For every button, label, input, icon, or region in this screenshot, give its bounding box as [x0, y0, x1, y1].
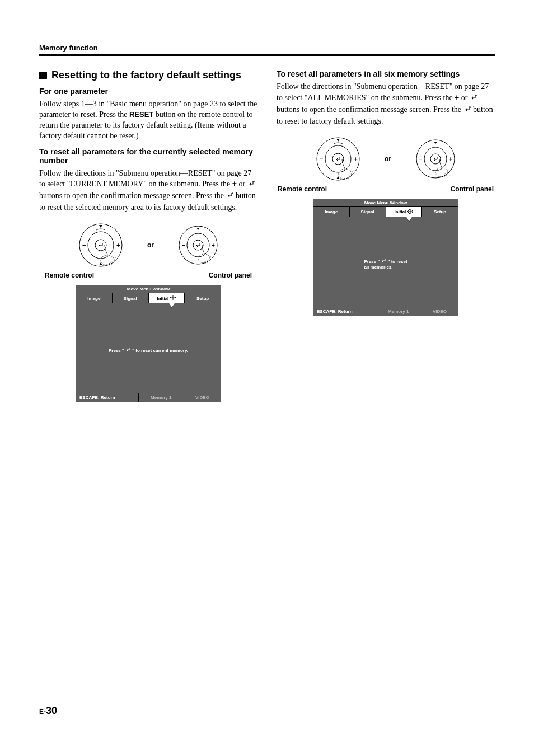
osd-tab-signal: Signal	[113, 293, 149, 303]
text: all memories.	[364, 265, 392, 270]
osd-footer-video: VIDEO	[184, 393, 221, 402]
subheading-one-parameter: For one parameter	[39, 87, 257, 96]
svg-point-20	[430, 154, 441, 164]
or-label: or	[147, 241, 154, 249]
text: Press "	[109, 348, 125, 353]
text-reset-button: RESET	[129, 110, 153, 119]
svg-point-7	[187, 233, 209, 257]
osd-tab-image: Image	[313, 207, 350, 217]
svg-text:+: +	[116, 242, 120, 248]
svg-point-1	[88, 232, 114, 259]
svg-point-23	[435, 168, 448, 177]
enter-icon	[470, 94, 477, 105]
svg-text:+: +	[449, 156, 452, 162]
text: buttons to open the confirmation message…	[277, 105, 463, 114]
osd-message: Press " " to reset current memory.	[109, 348, 188, 354]
svg-text:+: +	[212, 242, 215, 248]
text: buttons to open the confirmation message…	[39, 191, 226, 200]
text: Follow the directions in "Submenu operat…	[39, 169, 251, 189]
remote-dpad-icon: − +	[314, 135, 362, 183]
move-cross-icon	[407, 209, 413, 215]
svg-point-13	[325, 145, 351, 172]
osd-tab-initial: Initial	[386, 207, 423, 217]
caption-panel: Control panel	[451, 185, 494, 193]
section-bullet-icon	[39, 72, 47, 79]
osd-footer-memory: Memory 1	[139, 393, 184, 402]
enter-arrow-icon	[125, 348, 131, 354]
paragraph-one-parameter: Follow steps 1—3 in "Basic menu operatio…	[39, 99, 257, 142]
text: " to reset	[386, 259, 407, 264]
osd-footer-escape: ESCAPE: Return	[313, 307, 376, 316]
caption-remote: Remote control	[45, 271, 94, 279]
left-column: Resetting to the factory default setting…	[39, 67, 257, 402]
osd-tab-pointer-icon	[313, 217, 458, 223]
page-number: E-30	[39, 705, 57, 717]
enter-icon	[226, 192, 234, 203]
move-cross-icon	[170, 295, 176, 302]
osd-message: Press " " to reset all memories.	[364, 259, 407, 271]
osd-tab-setup: Setup	[185, 293, 221, 303]
osd-tab-label: Initial	[157, 296, 168, 301]
text: or	[459, 93, 470, 102]
subheading-current-memory: To reset all parameters for the currentl…	[39, 147, 257, 165]
control-panel-dpad-icon: − +	[176, 223, 220, 267]
text: or	[237, 180, 247, 188]
running-head: Memory function	[39, 44, 495, 56]
osd-screenshot-all-memories: Move Menu Window Image Signal Initial Se…	[313, 199, 458, 316]
enter-icon	[247, 180, 255, 191]
right-column: To reset all parameters in all six memor…	[277, 67, 495, 402]
or-label: or	[385, 155, 391, 163]
osd-tab-setup: Setup	[422, 207, 458, 217]
paragraph-current-memory: Follow the directions in "Submenu operat…	[39, 168, 257, 214]
osd-footer-memory: Memory 1	[376, 307, 421, 316]
svg-point-11	[198, 254, 210, 263]
osd-tab-image: Image	[76, 293, 113, 303]
svg-text:−: −	[320, 156, 323, 162]
enter-arrow-icon	[381, 259, 386, 265]
text: Press "	[364, 259, 381, 264]
osd-title: Move Menu Window	[313, 199, 458, 206]
osd-tab-signal: Signal	[350, 207, 386, 217]
svg-text:−: −	[182, 242, 185, 248]
text: " to reset current memory.	[131, 348, 188, 353]
osd-footer-video: VIDEO	[421, 307, 458, 316]
osd-footer-escape: ESCAPE: Return	[76, 393, 139, 402]
osd-tab-initial: Initial	[149, 293, 185, 303]
osd-tab-pointer-icon	[76, 303, 221, 309]
plus-symbol: +	[232, 179, 237, 188]
osd-title: Move Menu Window	[76, 285, 221, 293]
svg-text:+: +	[354, 156, 357, 162]
caption-panel: Control panel	[209, 271, 252, 279]
control-panel-dpad-icon: − +	[414, 137, 457, 181]
osd-tab-label: Initial	[394, 209, 406, 214]
osd-screenshot-current-memory: Move Menu Window Image Signal Initial Se…	[76, 285, 221, 402]
page-number-value: 30	[46, 705, 57, 716]
svg-point-8	[193, 240, 203, 250]
remote-dpad-icon: − +	[77, 221, 125, 269]
svg-text:−: −	[82, 242, 86, 248]
enter-icon	[463, 106, 471, 116]
subheading-all-memories: To reset all parameters in all six memor…	[277, 69, 495, 78]
page-prefix: E-	[39, 708, 46, 716]
section-heading: Resetting to the factory default setting…	[51, 69, 241, 81]
caption-remote: Remote control	[278, 185, 327, 193]
svg-text:−: −	[419, 156, 423, 162]
paragraph-all-memories: Follow the directions in "Submenu operat…	[277, 82, 495, 127]
svg-point-19	[424, 147, 447, 171]
